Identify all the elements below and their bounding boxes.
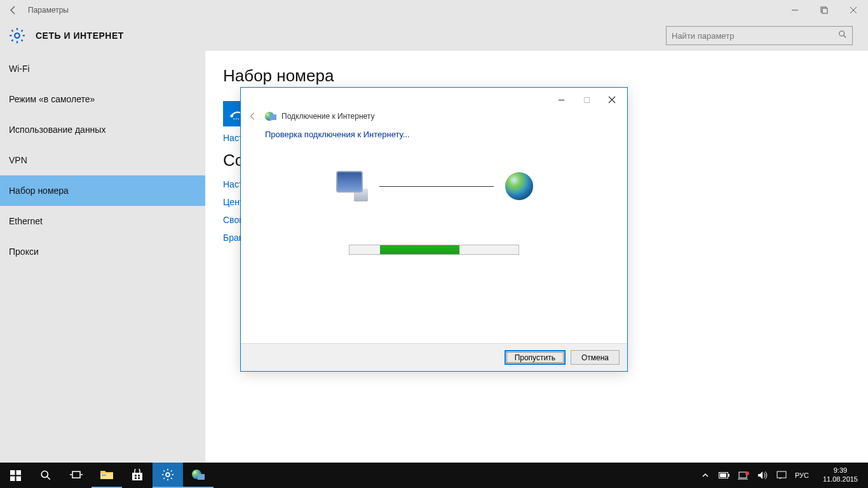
computer-icon xyxy=(335,171,368,201)
clock-time: 9:39 xyxy=(823,466,858,475)
search-icon xyxy=(40,470,51,481)
svg-point-14 xyxy=(839,31,844,36)
svg-rect-32 xyxy=(72,471,80,478)
taskbar-app-explorer[interactable] xyxy=(92,463,122,488)
svg-line-12 xyxy=(11,40,13,41)
section-title: СЕТЬ И ИНТЕРНЕТ xyxy=(36,30,124,41)
svg-rect-38 xyxy=(135,475,137,477)
store-icon xyxy=(131,469,144,482)
svg-rect-35 xyxy=(100,473,113,479)
network-icon[interactable] xyxy=(738,470,749,481)
svg-line-49 xyxy=(163,478,165,479)
dialog-footer: Пропустить Отмена xyxy=(241,343,627,371)
svg-line-15 xyxy=(844,36,846,38)
minimize-button[interactable] xyxy=(780,0,810,20)
gear-icon xyxy=(161,468,174,481)
clock-date: 11.08.2015 xyxy=(823,475,858,484)
svg-rect-37 xyxy=(132,473,142,480)
input-language[interactable]: РУС xyxy=(795,471,809,479)
svg-point-30 xyxy=(41,471,48,477)
tray-overflow-button[interactable] xyxy=(700,470,711,481)
app-title: Параметры xyxy=(28,6,69,15)
start-button[interactable] xyxy=(0,463,31,488)
internet-connection-dialog: Подключение к Интернету Проверка подключ… xyxy=(240,87,628,372)
gear-icon xyxy=(8,26,27,45)
skip-button[interactable]: Пропустить xyxy=(505,350,566,365)
sidebar-item-data-usage[interactable]: Использование данных xyxy=(0,114,205,145)
titlebar: Параметры xyxy=(0,0,868,20)
svg-rect-53 xyxy=(720,473,726,477)
progress-bar xyxy=(349,245,519,255)
arrow-left-icon xyxy=(8,5,18,15)
svg-line-13 xyxy=(22,30,23,31)
svg-point-42 xyxy=(166,473,170,477)
dialog-close-button[interactable] xyxy=(599,92,625,108)
network-globe-icon xyxy=(265,111,276,122)
notifications-icon[interactable] xyxy=(776,470,787,481)
svg-rect-41 xyxy=(138,477,140,479)
svg-rect-2 xyxy=(822,8,827,13)
svg-rect-57 xyxy=(777,471,786,478)
dialog-title: Подключение к Интернету xyxy=(281,112,375,121)
dialog-maximize-button xyxy=(574,92,599,108)
globe-icon xyxy=(505,172,533,200)
svg-point-16 xyxy=(230,114,233,118)
dialog-message: Проверка подключения к Интернету... xyxy=(265,130,603,139)
svg-line-10 xyxy=(11,30,13,31)
maximize-button[interactable] xyxy=(810,0,839,20)
dialog-minimize-button[interactable] xyxy=(548,92,574,108)
volume-icon[interactable] xyxy=(757,470,768,481)
folder-icon xyxy=(100,469,114,480)
svg-rect-28 xyxy=(10,476,15,480)
system-tray: РУС 9:39 11.08.2015 xyxy=(696,466,868,484)
close-button[interactable] xyxy=(839,0,868,20)
svg-rect-26 xyxy=(10,470,15,475)
sidebar-item-wifi[interactable]: Wi-Fi xyxy=(0,53,205,84)
svg-point-5 xyxy=(15,33,20,38)
svg-rect-36 xyxy=(102,475,106,476)
network-globe-icon xyxy=(192,468,205,481)
back-button[interactable] xyxy=(6,3,20,17)
task-view-button[interactable] xyxy=(61,463,92,488)
task-view-icon xyxy=(70,470,83,480)
svg-rect-39 xyxy=(138,475,140,477)
taskbar: РУС 9:39 11.08.2015 xyxy=(0,463,868,488)
page-heading: Набор номера xyxy=(223,66,850,86)
svg-line-50 xyxy=(171,470,172,471)
search-button[interactable] xyxy=(31,463,61,488)
svg-line-31 xyxy=(47,477,50,480)
svg-rect-29 xyxy=(16,476,20,480)
search-icon xyxy=(838,30,847,41)
cancel-button[interactable]: Отмена xyxy=(571,350,620,365)
battery-icon[interactable] xyxy=(719,470,730,481)
connection-line xyxy=(379,186,494,187)
svg-line-48 xyxy=(171,478,172,479)
search-input[interactable] xyxy=(672,31,838,41)
search-box[interactable] xyxy=(666,26,853,45)
taskbar-app-network-wizard[interactable] xyxy=(183,463,214,488)
sidebar-item-vpn[interactable]: VPN xyxy=(0,145,205,175)
sidebar-item-dialup[interactable]: Набор номера xyxy=(0,175,205,206)
connection-diagram xyxy=(265,167,603,205)
svg-line-47 xyxy=(163,470,165,471)
svg-point-56 xyxy=(745,471,749,475)
dialog-header: Подключение к Интернету xyxy=(241,108,627,125)
dialog-back-button[interactable] xyxy=(247,111,259,122)
sidebar-item-proxy[interactable]: Прокси xyxy=(0,236,205,267)
section-header: СЕТЬ И ИНТЕРНЕТ xyxy=(0,20,868,51)
svg-rect-40 xyxy=(135,477,137,479)
sidebar-item-airplane[interactable]: Режим «в самолете» xyxy=(0,84,205,114)
svg-rect-27 xyxy=(16,470,20,475)
window-controls xyxy=(780,0,868,20)
clock[interactable]: 9:39 11.08.2015 xyxy=(817,466,864,484)
svg-rect-23 xyxy=(584,97,589,102)
taskbar-app-settings[interactable] xyxy=(153,463,183,488)
svg-line-11 xyxy=(22,40,23,41)
dialog-titlebar xyxy=(241,88,627,108)
sidebar-item-ethernet[interactable]: Ethernet xyxy=(0,206,205,236)
svg-rect-52 xyxy=(728,474,729,477)
taskbar-app-store[interactable] xyxy=(122,463,153,488)
arrow-left-icon xyxy=(248,112,257,121)
sidebar: Wi-Fi Режим «в самолете» Использование д… xyxy=(0,51,205,463)
windows-icon xyxy=(10,470,21,481)
